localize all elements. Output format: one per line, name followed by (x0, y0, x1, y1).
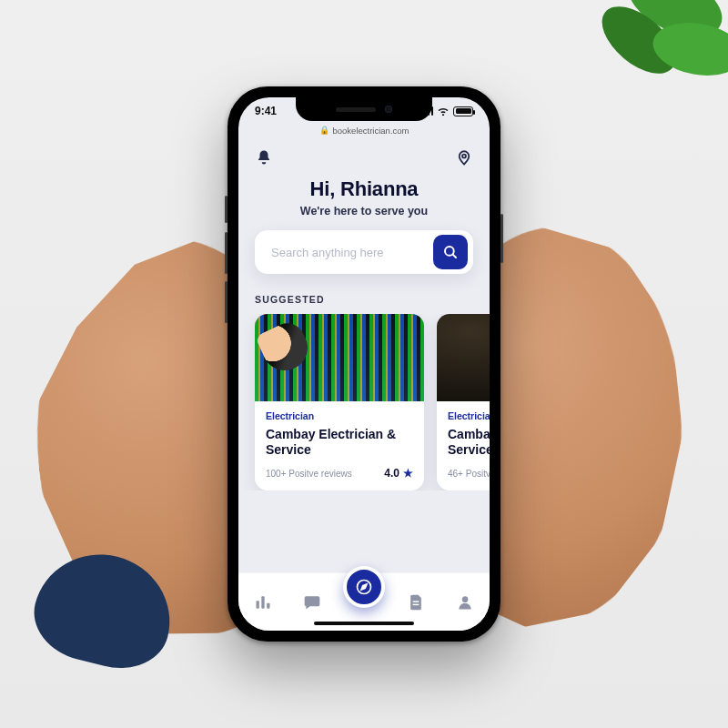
url-host: bookelectrician.com (333, 126, 410, 136)
card-category: Electrician (266, 410, 413, 421)
top-bar (238, 143, 490, 168)
nav-dashboard[interactable] (245, 584, 281, 621)
svg-rect-6 (257, 601, 259, 608)
card-title: Cambay Electrician & Service (266, 427, 413, 458)
compass-icon (355, 578, 373, 596)
home-indicator[interactable] (314, 622, 414, 626)
decorative-leaf (539, 0, 728, 122)
status-time: 9:41 (255, 105, 277, 117)
card-rating: 4.0 ★ (384, 467, 413, 480)
nav-messages[interactable] (294, 584, 330, 621)
nav-explore-fab[interactable] (343, 566, 385, 608)
nav-bookings[interactable] (398, 584, 434, 621)
phone-frame: 9:41 🔒 bookelectrician.com Hi, Rhia (228, 86, 500, 642)
card-image (255, 314, 424, 401)
svg-rect-10 (413, 603, 420, 605)
star-icon: ★ (403, 467, 413, 480)
search-bar[interactable] (255, 230, 473, 274)
screen: 9:41 🔒 bookelectrician.com Hi, Rhia (238, 97, 490, 631)
card-title: Cambay Electrician & Service (448, 427, 490, 458)
hero: Hi, Rhianna We're here to serve you (238, 168, 490, 230)
suggested-list[interactable]: Electrician Cambay Electrician & Service… (238, 314, 490, 490)
notch (296, 97, 432, 121)
card-reviews: 100+ Positve reviews (266, 469, 352, 479)
document-icon (407, 593, 425, 612)
user-icon (456, 593, 474, 612)
svg-rect-9 (413, 601, 420, 602)
search-button[interactable] (433, 235, 468, 269)
location-pin-icon[interactable] (455, 148, 473, 167)
search-icon (442, 244, 459, 260)
suggested-label: SUGGESTED (255, 294, 473, 305)
card-category: Electrician (448, 410, 490, 421)
svg-point-2 (649, 16, 728, 83)
svg-line-5 (452, 254, 456, 258)
card-image (437, 314, 490, 401)
svg-rect-7 (261, 596, 264, 608)
bar-chart-icon (254, 593, 272, 612)
lock-icon: 🔒 (319, 126, 329, 135)
wifi-icon (437, 106, 450, 116)
svg-point-11 (462, 596, 469, 602)
svg-point-1 (591, 0, 688, 86)
svg-point-3 (462, 155, 466, 158)
greeting-subtitle: We're here to serve you (257, 205, 471, 217)
app-content: Hi, Rhianna We're here to serve you SUGG… (238, 97, 490, 631)
chat-icon (303, 593, 321, 612)
suggested-card[interactable]: Electrician Cambay Electrician & Service… (437, 314, 490, 490)
battery-icon (453, 106, 473, 116)
card-reviews: 46+ Positve reviews (448, 469, 490, 479)
search-input[interactable] (269, 245, 426, 260)
svg-rect-8 (267, 602, 269, 608)
svg-point-0 (618, 0, 728, 49)
suggested-card[interactable]: Electrician Cambay Electrician & Service… (255, 314, 424, 490)
nav-profile[interactable] (447, 584, 483, 621)
bell-icon[interactable] (255, 148, 273, 167)
greeting-title: Hi, Rhianna (257, 177, 471, 201)
browser-url-bar[interactable]: 🔒 bookelectrician.com (238, 123, 490, 137)
